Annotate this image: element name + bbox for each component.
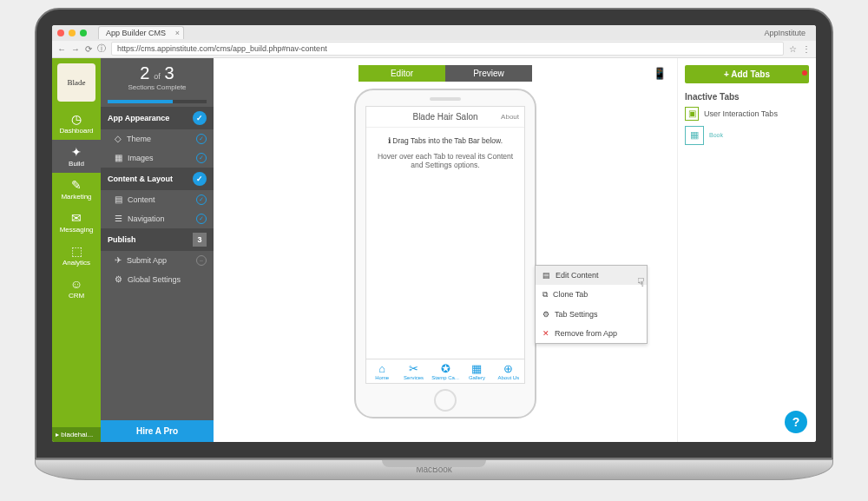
subitem-navigation[interactable]: ☰Navigation✓ [101,209,214,228]
app-header: Blade Hair Salon About [366,107,524,128]
build-panel: 2 of 3 Sections Complete App Appearance✓… [101,58,214,442]
hire-a-pro-button[interactable]: Hire A Pro [101,420,214,442]
left-nav-rail: Blade ◷Dashboard ✦Build ✎Marketing ✉Mess… [52,58,101,442]
count-badge: 3 [193,233,207,247]
settings-icon: ⚙ [115,274,122,284]
laptop-base: MacBook [35,459,833,480]
pending-icon: – [196,255,207,266]
gear-icon: ⚙ [542,310,549,319]
check-icon: ✓ [196,134,207,144]
about-link[interactable]: About [501,113,519,121]
rail-item-analytics[interactable]: ⬚Analytics [52,239,101,272]
book-icon: ▦ [685,126,704,145]
subitem-theme[interactable]: ◇Theme✓ [101,129,214,148]
inactive-tab-user-interaction[interactable]: ▣User Interaction Tabs [685,107,809,121]
phone-speaker [430,97,461,101]
menu-icon[interactable]: ⋮ [802,44,811,54]
section-app-appearance[interactable]: App Appearance✓ [101,107,214,129]
hint-text: ℹ Drag Tabs into the Tab Bar below. [375,136,516,145]
remove-icon: ✕ [542,329,549,338]
editor-canvas: 📱 Editor Preview Blade Hair Salon About [214,58,677,442]
section-publish[interactable]: Publish3 [101,228,214,251]
right-panel: + Add Tabs Inactive Tabs ▣User Interacti… [677,58,816,442]
inactive-tab-book[interactable]: ▦Book [685,126,809,145]
content-icon: ▤ [115,194,122,204]
forward-icon[interactable]: → [71,44,80,54]
maximize-window-button[interactable] [80,30,87,36]
minimize-window-button[interactable] [69,30,76,36]
url-input[interactable]: https://cms.appinstitute.com/cms/app_bui… [111,42,784,56]
navigation-icon: ☰ [115,214,122,223]
analytics-icon: ⬚ [52,244,101,258]
help-button[interactable]: ? [785,411,807,433]
back-icon[interactable]: ← [57,44,66,54]
rail-item-crm[interactable]: ☺CRM [52,272,101,305]
record-indicator [802,70,807,76]
marketing-icon: ✎ [52,178,101,192]
check-icon: ✓ [193,111,207,125]
crm-icon: ☺ [52,277,101,291]
check-icon: ✓ [196,194,207,205]
theme-icon: ◇ [115,134,122,143]
home-icon: ⌂ [366,362,398,375]
rail-item-marketing[interactable]: ✎Marketing [52,173,101,206]
tab-group-icon: ▣ [685,107,699,121]
subitem-global-settings[interactable]: ⚙Global Settings [101,270,214,288]
device-icon[interactable]: 📱 [653,67,667,80]
phone-tab-home[interactable]: ⌂Home [366,359,398,383]
close-tab-icon[interactable]: × [175,29,180,37]
dashboard-icon: ◷ [52,112,101,126]
browser-tab[interactable]: App Builder CMS × [98,26,184,39]
subitem-images[interactable]: ▦Images✓ [101,148,214,168]
stamp-icon: ✪ [430,362,461,375]
brand-label: AppInstitute [764,29,811,37]
reload-icon[interactable]: ⟳ [85,44,92,54]
rail-item-messaging[interactable]: ✉Messaging [52,206,101,239]
progress-label: Sections Complete [106,83,208,91]
subitem-submit-app[interactable]: ✈Submit App– [101,251,214,270]
gallery-icon: ▦ [461,362,492,375]
add-tabs-button[interactable]: + Add Tabs [685,65,809,83]
phone-tab-services[interactable]: ✂Services [398,359,429,383]
rail-item-dashboard[interactable]: ◷Dashboard [52,107,101,140]
browser-tab-title: App Builder CMS [106,29,166,37]
section-content-layout[interactable]: Content & Layout✓ [101,168,214,190]
services-icon: ✂ [398,362,429,375]
subitem-content[interactable]: ▤Content✓ [101,190,214,209]
build-icon: ✦ [52,145,101,159]
close-window-button[interactable] [57,30,64,36]
phone-tab-stamp[interactable]: ✪Stamp Ca... [430,359,461,383]
phone-tab-gallery[interactable]: ▦Gallery [461,359,492,383]
check-icon: ✓ [193,172,207,186]
phone-frame: Blade Hair Salon About ℹ Drag Tabs into … [354,89,536,419]
progress-bar [108,100,207,103]
phone-tab-about[interactable]: ⊕About Us [493,359,524,383]
progress-total: 3 [165,63,174,82]
phone-tab-bar: ⌂Home ✂Services ✪Stamp Ca... ▦Gallery ⊕A… [366,359,524,383]
editor-tab[interactable]: Editor [358,65,445,82]
progress-current: 2 [140,63,149,82]
ctx-tab-settings[interactable]: ⚙Tab Settings [536,305,647,324]
info-icon[interactable]: ⓘ [97,43,106,55]
rail-footer[interactable]: ▸ bladehai... [52,427,101,442]
preview-tab[interactable]: Preview [445,65,532,82]
window-titlebar: App Builder CMS × AppInstitute [52,25,816,41]
messaging-icon: ✉ [52,211,101,225]
check-icon: ✓ [196,214,207,224]
rail-item-build[interactable]: ✦Build [52,140,101,173]
ctx-remove[interactable]: ✕Remove from App [536,324,647,343]
bookmark-icon[interactable]: ☆ [789,44,797,54]
cursor-icon: ☟ [637,275,645,289]
app-logo[interactable]: Blade [57,63,95,102]
progress-block: 2 of 3 Sections Complete [101,58,214,96]
images-icon: ▦ [115,153,122,162]
ctx-edit-content[interactable]: ▤Edit Content [536,266,647,285]
edit-icon: ▤ [542,271,550,280]
url-bar: ← → ⟳ ⓘ https://cms.appinstitute.com/cms… [52,41,816,58]
phone-screen: Blade Hair Salon About ℹ Drag Tabs into … [365,106,525,384]
check-icon: ✓ [196,153,207,163]
app-title: Blade Hair Salon [412,112,477,122]
phone-home-button[interactable] [434,389,457,412]
mode-toggle: Editor Preview [358,65,532,82]
ctx-clone-tab[interactable]: ⧉Clone Tab [536,285,647,305]
